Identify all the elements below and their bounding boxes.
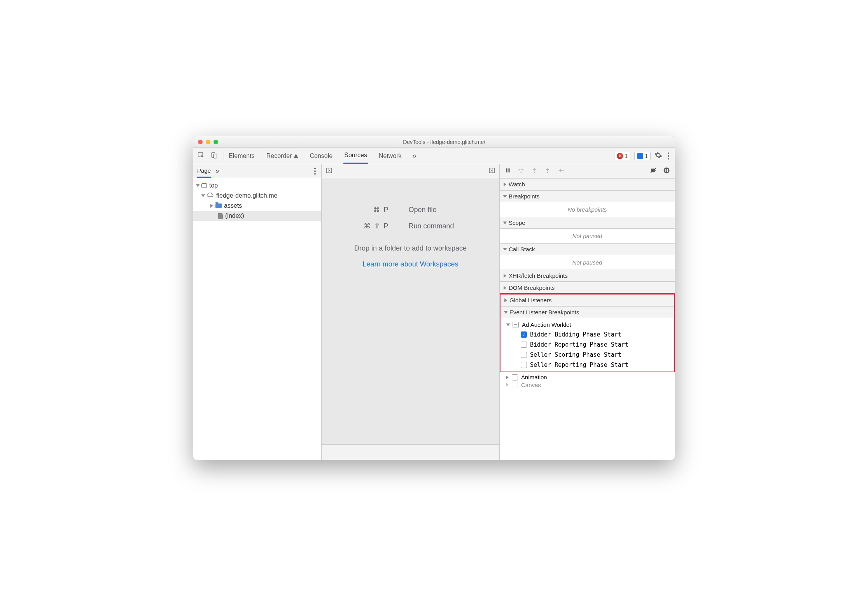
cloud-icon <box>207 192 214 199</box>
elb-section-header[interactable]: Event Listener Breakpoints <box>500 306 674 318</box>
show-navigator-button[interactable] <box>326 167 332 175</box>
dom-section-header[interactable]: DOM Breakpoints <box>500 282 675 294</box>
elb-category-canvas[interactable]: Canvas <box>500 382 675 387</box>
open-file-shortcut: ⌘ P <box>343 205 389 214</box>
deactivate-breakpoints-button[interactable] <box>650 167 657 175</box>
chevron-down-icon <box>503 221 507 224</box>
tree-file-index[interactable]: (index) <box>193 211 321 221</box>
tab-recorder[interactable]: Recorder <box>266 149 299 163</box>
tab-elements[interactable]: Elements <box>228 149 256 163</box>
editor-toolbar <box>322 164 499 178</box>
breakpoints-section-header[interactable]: Breakpoints <box>500 190 675 202</box>
step-into-button[interactable] <box>531 167 538 175</box>
callstack-empty-text: Not paused <box>500 255 675 270</box>
elb-item-seller-reporting[interactable]: Seller Reporting Phase Start <box>500 360 674 370</box>
sources-content: Page » top fledge-demo.glitch.me <box>193 164 675 460</box>
category-label: Ad Auction Worklet <box>522 321 571 328</box>
fullscreen-window-button[interactable] <box>214 140 218 144</box>
category-label: Animation <box>521 374 547 380</box>
mac-titlebar: DevTools - fledge-demo.glitch.me/ <box>193 136 675 148</box>
svg-point-11 <box>547 172 548 173</box>
frame-icon <box>201 183 207 188</box>
checkbox[interactable] <box>512 374 518 380</box>
chevron-right-icon <box>504 298 507 302</box>
svg-point-10 <box>534 172 535 173</box>
pause-on-exceptions-button[interactable] <box>663 167 670 175</box>
watch-section-header[interactable]: Watch <box>500 178 675 190</box>
chevron-down-icon <box>201 195 205 197</box>
messages-badge[interactable]: 1 <box>634 152 651 160</box>
elb-category-ad-auction[interactable]: Ad Auction Worklet <box>500 320 674 330</box>
close-window-button[interactable] <box>198 140 203 144</box>
tree-top-frame[interactable]: top <box>193 181 321 191</box>
tree-label: assets <box>224 202 242 209</box>
chevron-right-icon <box>506 383 509 387</box>
navigator-pane: Page » top fledge-demo.glitch.me <box>193 164 322 460</box>
elb-item-bidder-bidding[interactable]: Bidder Bidding Phase Start <box>500 330 674 340</box>
checkbox[interactable] <box>521 331 527 338</box>
elb-item-bidder-reporting[interactable]: Bidder Reporting Phase Start <box>500 340 674 350</box>
checkbox[interactable] <box>521 352 527 358</box>
editor-placeholder: ⌘ P Open file ⌘ ⇧ P Run command Drop in … <box>322 178 499 444</box>
settings-button[interactable] <box>654 151 662 161</box>
global-listeners-section-header[interactable]: Global Listeners <box>500 294 674 306</box>
errors-badge[interactable]: ✕ 1 <box>614 152 630 160</box>
step-button[interactable] <box>557 167 564 175</box>
scope-section-header[interactable]: Scope <box>500 217 675 229</box>
tree-origin[interactable]: fledge-demo.glitch.me <box>193 191 321 201</box>
workspace-drop-hint: Drop in a folder to add to workspace <box>354 244 467 252</box>
checkbox[interactable] <box>521 342 527 348</box>
file-tree: top fledge-demo.glitch.me assets (ind <box>193 178 321 223</box>
elb-category-animation[interactable]: Animation <box>500 372 675 382</box>
folder-icon <box>215 203 222 208</box>
show-debugger-button[interactable] <box>488 167 495 175</box>
elb-continued: Animation Canvas <box>500 372 675 389</box>
chevron-down-icon <box>504 311 508 314</box>
learn-workspaces-link[interactable]: Learn more about Workspaces <box>363 260 458 268</box>
messages-count: 1 <box>645 153 648 159</box>
error-icon: ✕ <box>617 153 623 159</box>
tab-console[interactable]: Console <box>309 149 334 163</box>
inspect-element-icon[interactable] <box>197 151 205 161</box>
step-over-button[interactable] <box>518 167 525 175</box>
tab-sources[interactable]: Sources <box>343 148 368 164</box>
chevron-down-icon <box>503 248 507 251</box>
section-label: Scope <box>509 219 525 226</box>
section-label: Breakpoints <box>509 193 539 200</box>
navigator-menu-button[interactable] <box>313 166 317 176</box>
svg-rect-15 <box>667 169 668 172</box>
svg-point-12 <box>563 170 564 171</box>
device-toggle-icon[interactable] <box>210 151 218 161</box>
tree-label: (index) <box>225 212 244 219</box>
item-label: Seller Reporting Phase Start <box>530 361 628 368</box>
elb-item-seller-scoring[interactable]: Seller Scoring Phase Start <box>500 350 674 360</box>
kebab-menu-button[interactable] <box>666 151 671 161</box>
chevron-right-icon <box>506 375 509 379</box>
step-out-button[interactable] <box>544 167 551 175</box>
checkbox[interactable] <box>521 362 527 368</box>
tab-network[interactable]: Network <box>378 149 402 163</box>
svg-rect-8 <box>509 168 510 172</box>
more-tabs-button[interactable]: » <box>413 152 416 160</box>
tree-folder-assets[interactable]: assets <box>193 201 321 211</box>
checkbox[interactable] <box>512 382 518 387</box>
callstack-section-header[interactable]: Call Stack <box>500 243 675 255</box>
chevron-right-icon <box>210 204 213 208</box>
window-title: DevTools - fledge-demo.glitch.me/ <box>218 139 670 145</box>
breakpoints-empty-text: No breakpoints <box>500 202 675 217</box>
section-label: Watch <box>509 181 525 188</box>
checkbox-indeterminate[interactable] <box>513 322 519 328</box>
traffic-lights <box>198 140 218 144</box>
more-subtabs-button[interactable]: » <box>215 167 219 175</box>
file-icon <box>218 213 223 219</box>
pause-button[interactable] <box>504 167 511 175</box>
tree-label: top <box>209 182 218 189</box>
chevron-down-icon <box>503 195 507 198</box>
page-subtab[interactable]: Page <box>197 165 211 178</box>
section-label: Call Stack <box>509 246 535 252</box>
svg-rect-7 <box>506 168 508 172</box>
xhr-section-header[interactable]: XHR/fetch Breakpoints <box>500 270 675 282</box>
elb-body: Ad Auction Worklet Bidder Bidding Phase … <box>500 318 674 372</box>
minimize-window-button[interactable] <box>206 140 210 144</box>
item-label: Bidder Reporting Phase Start <box>530 341 628 348</box>
